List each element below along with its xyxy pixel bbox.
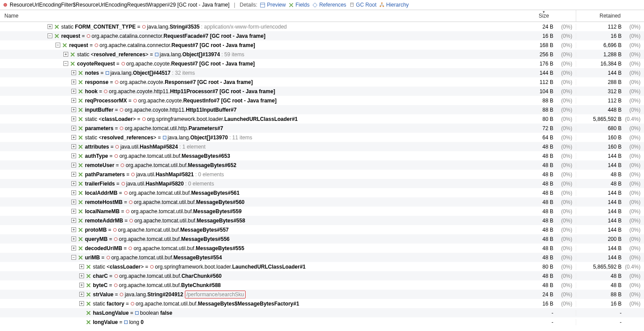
retained-value: 144 B bbox=[576, 153, 624, 159]
node-label: queryMB = org.apache.tomcat.util.buf.Mes… bbox=[85, 236, 230, 242]
size-value: 48 B bbox=[512, 162, 556, 168]
retained-pct: (0%) bbox=[624, 107, 644, 113]
hierarchy-button[interactable]: Hierarchy bbox=[379, 2, 408, 8]
tree-row[interactable]: +notes = java.lang.Object[]#44517 : 32 i… bbox=[0, 68, 644, 77]
col-name[interactable]: Name bbox=[0, 10, 512, 22]
expand-icon[interactable]: + bbox=[71, 144, 76, 149]
field-icon bbox=[78, 153, 83, 159]
expand-icon[interactable]: + bbox=[71, 200, 76, 204]
size-pct: (0%) bbox=[556, 291, 576, 298]
tree-row[interactable]: +static <classLoader> = org.springframew… bbox=[0, 114, 644, 124]
expand-icon[interactable]: + bbox=[79, 292, 84, 297]
field-icon bbox=[78, 181, 83, 186]
fields-button[interactable]: Fields bbox=[288, 2, 309, 8]
tree-row[interactable]: +static <resolved_references> = java.lan… bbox=[0, 50, 644, 59]
preview-button[interactable]: Preview bbox=[260, 2, 286, 8]
retained-pct: (0%) bbox=[624, 227, 644, 233]
expand-icon[interactable]: + bbox=[79, 283, 84, 287]
collapse-icon[interactable]: − bbox=[55, 43, 60, 47]
tree-row[interactable]: +authType = org.apache.tomcat.util.buf.M… bbox=[0, 151, 644, 160]
col-retained[interactable]: Retained bbox=[576, 10, 644, 22]
tree-body: +static FORM_CONTENT_TYPE = java.lang.St… bbox=[0, 22, 644, 327]
size-value: 176 B bbox=[512, 61, 556, 67]
retained-value: 5,865,592 B bbox=[576, 264, 624, 270]
tree-row[interactable]: −request = org.apache.catalina.connector… bbox=[0, 40, 644, 50]
toolbar: ResourceUrlEncodingFilter$ResourceUrlEnc… bbox=[0, 0, 644, 10]
expand-icon[interactable]: + bbox=[71, 227, 76, 232]
expand-icon[interactable]: + bbox=[71, 135, 76, 140]
node-label: request = org.apache.catalina.connector.… bbox=[69, 42, 255, 48]
tree-row[interactable]: +localNameMB = org.apache.tomcat.util.bu… bbox=[0, 207, 644, 216]
expand-icon[interactable]: + bbox=[71, 80, 76, 84]
node-label: attributes = java.util.HashMap#5824 : 1 … bbox=[85, 144, 206, 150]
tree-row[interactable]: +protoMB = org.apache.tomcat.util.buf.Me… bbox=[0, 225, 644, 234]
tree-row[interactable]: +remoteAddrMB = org.apache.tomcat.util.b… bbox=[0, 216, 644, 225]
expand-icon[interactable]: + bbox=[71, 107, 76, 112]
node-label: static factory = org.apache.tomcat.util.… bbox=[93, 301, 299, 307]
tree-row[interactable]: +remoteUser = org.apache.tomcat.util.buf… bbox=[0, 160, 644, 170]
expand-icon[interactable]: + bbox=[48, 24, 52, 29]
expand-icon[interactable]: + bbox=[79, 273, 84, 278]
tree-row[interactable]: +decodedUriMB = org.apache.tomcat.util.b… bbox=[0, 244, 644, 253]
tree-row[interactable]: +reqProcessorMX = org.apache.coyote.Requ… bbox=[0, 96, 644, 105]
tree-row[interactable]: −coyoteRequest = org.apache.coyote.Reque… bbox=[0, 59, 644, 68]
collapse-icon[interactable]: − bbox=[48, 33, 52, 38]
expand-icon[interactable]: + bbox=[71, 236, 76, 241]
col-size[interactable]: ▾Size bbox=[512, 10, 576, 22]
retained-value: 144 B bbox=[576, 208, 624, 215]
collapse-icon[interactable]: − bbox=[71, 255, 76, 260]
retained-pct: (0%) bbox=[624, 255, 644, 261]
node-label: parameters = org.apache.tomcat.util.http… bbox=[85, 125, 223, 131]
tree-row[interactable]: +charC = org.apache.tomcat.util.buf.Char… bbox=[0, 271, 644, 280]
tree-row[interactable]: +response = org.apache.coyote.Response#7… bbox=[0, 77, 644, 87]
tree-row[interactable]: +static factory = org.apache.tomcat.util… bbox=[0, 299, 644, 308]
tree-row[interactable]: +parameters = org.apache.tomcat.util.htt… bbox=[0, 124, 644, 133]
size-pct: (0%) bbox=[556, 98, 576, 104]
tree-row[interactable]: +attributes = java.util.HashMap#5824 : 1… bbox=[0, 142, 644, 151]
references-button[interactable]: References bbox=[312, 2, 346, 8]
tree-row[interactable]: +static <classLoader> = org.springframew… bbox=[0, 262, 644, 271]
size-value: 48 B bbox=[512, 273, 556, 279]
tree-row[interactable]: longValue = long 0-- bbox=[0, 317, 644, 327]
tree-row[interactable]: +queryMB = org.apache.tomcat.util.buf.Me… bbox=[0, 234, 644, 244]
expand-icon[interactable]: + bbox=[71, 172, 76, 177]
size-pct: (0%) bbox=[556, 107, 576, 113]
tree-row[interactable]: +trailerFields = java.util.HashMap#5820 … bbox=[0, 179, 644, 188]
tree-row[interactable]: hasLongValue = boolean false-- bbox=[0, 308, 644, 317]
expand-icon[interactable]: + bbox=[79, 301, 84, 306]
collapse-icon[interactable]: − bbox=[63, 61, 68, 66]
expand-icon[interactable]: + bbox=[79, 264, 84, 269]
expand-icon[interactable]: + bbox=[71, 246, 76, 251]
tree-row[interactable]: −request = org.apache.catalina.connector… bbox=[0, 31, 644, 40]
tree-row[interactable]: +remoteHostMB = org.apache.tomcat.util.b… bbox=[0, 197, 644, 207]
tree-row[interactable]: −uriMB = org.apache.tomcat.util.buf.Mess… bbox=[0, 253, 644, 262]
expand-icon[interactable]: + bbox=[71, 190, 76, 195]
retained-pct: (0%) bbox=[624, 236, 644, 242]
tree-row[interactable]: +pathParameters = java.util.HashMap#5821… bbox=[0, 170, 644, 179]
expand-icon[interactable]: + bbox=[71, 116, 76, 121]
expand-icon[interactable]: + bbox=[63, 52, 68, 57]
tree-row[interactable]: +localAddrMB = org.apache.tomcat.util.bu… bbox=[0, 188, 644, 197]
svg-rect-0 bbox=[261, 3, 265, 7]
retained-value: 312 B bbox=[576, 88, 624, 95]
expand-icon[interactable]: + bbox=[71, 181, 76, 186]
expand-icon[interactable]: + bbox=[71, 153, 76, 158]
expand-icon[interactable]: + bbox=[71, 126, 76, 131]
expand-icon[interactable]: + bbox=[71, 89, 76, 94]
tree-row[interactable]: +hook = org.apache.coyote.http11.Http11P… bbox=[0, 87, 644, 96]
expand-icon[interactable]: + bbox=[71, 98, 76, 103]
expand-icon[interactable]: + bbox=[71, 163, 76, 167]
tree-row[interactable]: +inputBuffer = org.apache.coyote.http11.… bbox=[0, 105, 644, 114]
node-label: localAddrMB = org.apache.tomcat.util.buf… bbox=[85, 190, 239, 196]
tree-row[interactable]: +static FORM_CONTENT_TYPE = java.lang.St… bbox=[0, 22, 644, 31]
tree-row[interactable]: +byteC = org.apache.tomcat.util.buf.Byte… bbox=[0, 280, 644, 290]
size-pct: (0%) bbox=[556, 51, 576, 58]
size-pct: (0%) bbox=[556, 162, 576, 168]
expand-icon[interactable]: + bbox=[71, 70, 76, 75]
expand-icon[interactable]: + bbox=[71, 218, 76, 223]
gcroot-button[interactable]: GC Root bbox=[349, 2, 377, 8]
tree-row[interactable]: +static <resolved_references> = java.lan… bbox=[0, 133, 644, 142]
field-icon bbox=[86, 310, 91, 316]
expand-icon[interactable]: + bbox=[71, 209, 76, 214]
tree-row[interactable]: +strValue = java.lang.String#204912 /per… bbox=[0, 290, 644, 299]
